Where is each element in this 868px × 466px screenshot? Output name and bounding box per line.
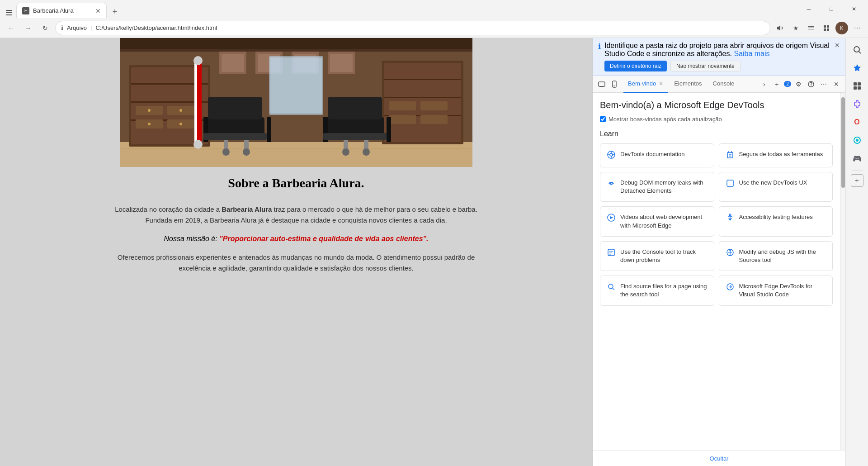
sidebar-add-btn[interactable]: + bbox=[851, 174, 863, 187]
tab-area: ✂ Barbearia Alura ✕ + bbox=[4, 0, 798, 18]
svg-rect-40 bbox=[389, 115, 416, 124]
svg-rect-3 bbox=[824, 25, 826, 28]
card-search[interactable]: Find source files for a page using the s… bbox=[600, 276, 714, 305]
browser-frame: ✂ Barbearia Alura ✕ + ─ □ ✕ ← → ↻ ℹ Arqu… bbox=[0, 0, 868, 466]
profile-btn[interactable]: K bbox=[835, 21, 849, 35]
devtools-footer: Ocultar bbox=[593, 450, 845, 466]
svg-rect-4 bbox=[827, 25, 829, 28]
svg-point-71 bbox=[811, 85, 811, 86]
sidebar-icon-outlook[interactable] bbox=[849, 132, 865, 148]
svg-point-73 bbox=[610, 153, 613, 156]
card-devtools-docs[interactable]: DevTools documentation bbox=[600, 143, 714, 167]
svg-point-63 bbox=[193, 140, 203, 149]
card-text-new-ux: Use the new DevTools UX bbox=[739, 179, 807, 187]
sidebar-toggle-btn[interactable] bbox=[4, 7, 14, 18]
tab-elements[interactable]: Elementos bbox=[670, 76, 706, 93]
card-text-accessibility: Accessibility testing features bbox=[739, 213, 813, 221]
tab-close-btn[interactable]: ✕ bbox=[95, 7, 101, 14]
dont-show-btn[interactable]: Não mostrar novamente bbox=[670, 61, 741, 71]
maximize-btn[interactable]: □ bbox=[821, 2, 842, 16]
tab-welcome-close[interactable]: ✕ bbox=[659, 81, 663, 87]
para1-bold: Barbearia Alura bbox=[222, 205, 272, 213]
sidebar-icon-search[interactable] bbox=[849, 42, 865, 58]
card-new-ux[interactable]: Use the new DevTools UX bbox=[719, 172, 833, 202]
active-tab[interactable]: ✂ Barbearia Alura ✕ bbox=[16, 3, 107, 18]
sidebar-icon-favorites[interactable] bbox=[849, 60, 865, 76]
svg-rect-35 bbox=[384, 79, 461, 80]
set-root-btn[interactable]: Definir o diretório raiz bbox=[604, 61, 667, 71]
devtools-tab-icons bbox=[596, 79, 620, 90]
tab-console[interactable]: Console bbox=[708, 76, 739, 93]
nav-bar: ← → ↻ ℹ Arquivo | C:/Users/kelly/Desktop… bbox=[0, 18, 868, 38]
devtools-emulate-icon[interactable] bbox=[609, 79, 620, 90]
learn-section-label: Learn bbox=[600, 130, 833, 138]
sidebar-separator bbox=[852, 170, 863, 171]
mission-label: Nossa missão é: bbox=[164, 235, 219, 243]
forward-btn[interactable]: → bbox=[21, 21, 35, 35]
sidebar-icon-office[interactable]: O bbox=[849, 114, 865, 130]
minimize-btn[interactable]: ─ bbox=[798, 2, 819, 16]
card-console[interactable]: Use the Console tool to track down probl… bbox=[600, 241, 714, 271]
window-controls: ─ □ ✕ bbox=[798, 2, 864, 16]
card-sources[interactable]: Modify and debug JS with the Sources too… bbox=[719, 241, 833, 271]
card-text-vscode: Microsoft Edge DevTools for Visual Studi… bbox=[739, 282, 826, 299]
svg-rect-6 bbox=[827, 29, 829, 31]
tab-more: › + 2 ⚙ ⋯ ✕ bbox=[759, 79, 842, 90]
sidebar-icon-collections[interactable] bbox=[849, 78, 865, 94]
settings-btn[interactable]: ⚙ bbox=[793, 79, 804, 90]
svg-rect-59 bbox=[323, 133, 387, 140]
svg-point-49 bbox=[243, 148, 250, 156]
card-videos[interactable]: Videos about web development with Micros… bbox=[600, 206, 714, 236]
card-icon-secure-tools bbox=[726, 151, 735, 161]
devtools-scrollbar-thumb[interactable] bbox=[841, 97, 845, 188]
svg-rect-61 bbox=[194, 61, 197, 144]
address-bar[interactable]: ℹ Arquivo | C:/Users/kelly/Desktop/acema… bbox=[55, 21, 770, 35]
sidebar-icon-extensions[interactable] bbox=[849, 96, 865, 112]
show-welcome-checkbox[interactable] bbox=[600, 116, 606, 122]
hide-link[interactable]: Ocultar bbox=[710, 455, 729, 462]
read-aloud-btn[interactable] bbox=[773, 21, 788, 35]
notif-link[interactable]: Saiba mais bbox=[734, 50, 769, 57]
new-tab-button[interactable]: + bbox=[108, 5, 121, 18]
card-vscode[interactable]: Microsoft Edge DevTools for Visual Studi… bbox=[719, 276, 833, 305]
favorites-btn[interactable]: ★ bbox=[788, 21, 803, 35]
devtools-device-icon[interactable] bbox=[596, 79, 607, 90]
svg-point-24 bbox=[179, 123, 182, 125]
more-tabs-btn[interactable]: › bbox=[759, 79, 769, 90]
notification-bar: ℹ Identifique a pasta raiz do projeto pa… bbox=[593, 38, 845, 76]
close-devtools-btn[interactable]: ✕ bbox=[831, 79, 842, 90]
card-accessibility[interactable]: Accessibility testing features bbox=[719, 206, 833, 236]
more-options-btn[interactable]: ⋯ bbox=[818, 79, 829, 90]
svg-point-95 bbox=[609, 284, 613, 289]
favorites-bar-btn[interactable] bbox=[804, 21, 818, 35]
svg-rect-1 bbox=[6, 12, 12, 13]
collections-btn[interactable] bbox=[819, 21, 834, 35]
svg-rect-32 bbox=[330, 54, 353, 72]
devtools-panel: ℹ Identifique a pasta raiz do projeto pa… bbox=[592, 38, 845, 466]
add-tab-btn[interactable]: + bbox=[771, 79, 782, 90]
issues-badge: 2 bbox=[784, 81, 791, 87]
paragraph-2: Oferecemos profissionais experientes e a… bbox=[93, 247, 500, 278]
tab-welcome[interactable]: Bem-vindo ✕ bbox=[623, 76, 668, 93]
card-text-devtools-docs: DevTools documentation bbox=[620, 150, 684, 158]
card-icon-accessibility bbox=[726, 214, 735, 223]
feedback-btn[interactable] bbox=[806, 79, 816, 90]
webpage: Sobre a Barbearia Alura. Localizada no c… bbox=[0, 38, 592, 466]
card-icon-debug-dom bbox=[607, 179, 616, 189]
paragraph-1: Localizada no coração da cidade a Barbea… bbox=[93, 200, 500, 230]
back-btn[interactable]: ← bbox=[4, 21, 18, 35]
card-debug-dom[interactable]: Debug DOM memory leaks with Detached Ele… bbox=[600, 172, 714, 202]
svg-point-22 bbox=[179, 109, 182, 112]
svg-rect-84 bbox=[727, 180, 733, 186]
close-btn[interactable]: ✕ bbox=[844, 2, 864, 16]
sidebar-icon-games[interactable]: 🎮 bbox=[849, 150, 865, 166]
svg-rect-104 bbox=[858, 86, 861, 90]
svg-point-57 bbox=[342, 148, 349, 156]
card-secure-tools[interactable]: Segura de todas as ferramentas bbox=[719, 143, 833, 167]
refresh-btn[interactable]: ↻ bbox=[38, 21, 52, 35]
svg-rect-101 bbox=[854, 82, 857, 86]
devtools-scrollbar[interactable] bbox=[840, 93, 845, 450]
lock-icon: ℹ bbox=[61, 24, 63, 31]
notif-close-btn[interactable]: ✕ bbox=[835, 42, 840, 49]
more-btn[interactable]: ⋯ bbox=[850, 21, 864, 35]
